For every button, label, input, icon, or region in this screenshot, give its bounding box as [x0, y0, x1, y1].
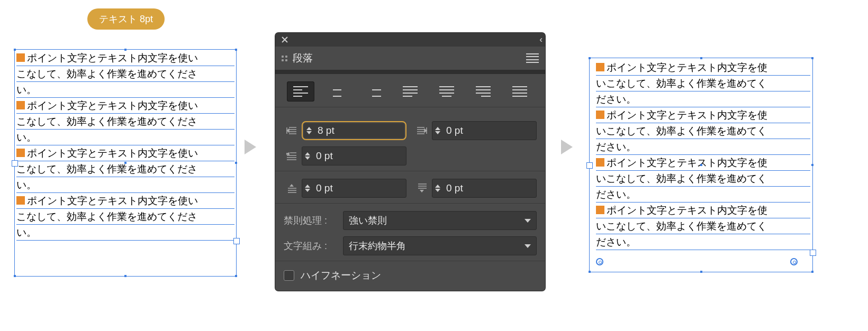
first-line-indent-value[interactable]: 0 pt: [313, 150, 406, 162]
bullet-icon: [596, 111, 604, 119]
close-icon[interactable]: [281, 35, 289, 44]
text-line: ださい。: [596, 187, 810, 203]
text-line: こなして、効率よく作業を進めてくださ: [16, 66, 234, 82]
selection-dot[interactable]: [235, 162, 237, 164]
text-line: ださい。: [596, 91, 810, 107]
align-left-button[interactable]: [287, 81, 314, 102]
justify-last-right-icon: [476, 86, 491, 97]
justify-last-right-button[interactable]: [469, 81, 497, 102]
mojikumi-label: 文字組み :: [284, 240, 337, 252]
selection-dot[interactable]: [811, 271, 813, 273]
mojikumi-select[interactable]: 行末約物半角: [343, 236, 537, 255]
justify-last-center-button[interactable]: [433, 81, 460, 102]
text-line: いこなして、効率よく作業を進めてく: [596, 123, 810, 139]
selection-dot[interactable]: [700, 271, 702, 273]
justify-full-button[interactable]: [506, 81, 534, 102]
justify-last-center-icon: [439, 86, 454, 97]
thread-port-icon[interactable]: [790, 258, 798, 265]
panel-tab-strip: [275, 70, 545, 74]
stepper-icon[interactable]: [302, 185, 313, 192]
selection-dot[interactable]: [14, 49, 16, 51]
left-indent-value[interactable]: 8 pt: [314, 125, 404, 136]
align-right-button[interactable]: [360, 81, 387, 102]
selection-dot[interactable]: [589, 271, 591, 273]
justify-last-left-button[interactable]: [396, 81, 424, 102]
bullet-icon: [596, 63, 604, 71]
selection-center-dot[interactable]: [124, 162, 126, 164]
bullet-icon: [16, 53, 25, 62]
text-line: い。: [16, 225, 234, 241]
text-line: ポイント文字とテキスト内文字を使: [596, 155, 810, 171]
out-port[interactable]: [810, 250, 816, 256]
stepper-icon[interactable]: [304, 127, 314, 134]
text-content: ポイント文字とテキスト内文字を使いこなして、効率よく作業を進めてください。ポイン…: [15, 50, 236, 241]
panel-grip-icon[interactable]: [282, 56, 287, 61]
text-frame-before[interactable]: ポイント文字とテキスト内文字を使いこなして、効率よく作業を進めてください。ポイン…: [14, 49, 237, 277]
selection-dot[interactable]: [124, 275, 126, 277]
selection-dot[interactable]: [235, 275, 237, 277]
text-line: こなして、効率よく作業を進めてくださ: [16, 209, 234, 225]
text-line: いこなして、効率よく作業を進めてく: [596, 171, 810, 187]
space-after-icon: [414, 183, 430, 194]
selection-dot[interactable]: [235, 49, 237, 51]
first-line-indent-field[interactable]: 0 pt: [302, 146, 406, 166]
text-line: いこなして、効率よく作業を進めてく: [596, 76, 810, 91]
selection-dot[interactable]: [811, 57, 813, 59]
chevron-down-icon: [525, 244, 531, 248]
right-indent-field[interactable]: 0 pt: [432, 121, 537, 140]
kinsoku-select[interactable]: 強い禁則: [343, 211, 537, 230]
hyphenation-row: ハイフネーション: [275, 261, 545, 291]
selection-dot[interactable]: [14, 275, 16, 277]
selection-center-dot[interactable]: [700, 164, 702, 166]
alignment-section: [275, 74, 545, 107]
justify-full-icon: [512, 86, 527, 97]
in-port[interactable]: [586, 162, 593, 169]
text-frame-after[interactable]: ポイント文字とテキスト内文字を使いこなして、効率よく作業を進めてください。ポイン…: [589, 58, 813, 272]
right-indent-icon: [414, 126, 430, 135]
text-line: い。: [16, 130, 234, 145]
text-line: ださい。: [596, 234, 810, 250]
bullet-icon: [16, 196, 25, 205]
left-indent-icon: [284, 126, 300, 135]
selection-dot[interactable]: [589, 57, 591, 59]
space-after-value[interactable]: 0 pt: [443, 182, 536, 194]
text-line: ポイント文字とテキスト内文字を使: [596, 203, 810, 218]
panel-menu-icon[interactable]: [526, 53, 539, 63]
stepper-icon[interactable]: [302, 152, 313, 160]
align-center-button[interactable]: [323, 81, 351, 102]
stepper-icon[interactable]: [432, 185, 443, 192]
selection-dot[interactable]: [811, 164, 813, 166]
arrow-right-icon: [245, 140, 256, 154]
panel-titlebar[interactable]: ‹‹: [275, 33, 545, 47]
right-indent-value[interactable]: 0 pt: [443, 125, 536, 136]
selection-dot[interactable]: [700, 57, 702, 59]
justify-last-left-icon: [403, 86, 418, 97]
kinsoku-value: 強い禁則: [349, 214, 387, 227]
space-after-field[interactable]: 0 pt: [432, 179, 537, 198]
text-line: こなして、効率よく作業を進めてくださ: [16, 114, 234, 130]
selection-dot[interactable]: [124, 49, 126, 51]
text-size-badge: テキスト 8pt: [87, 8, 165, 30]
badge-label: テキスト 8pt: [99, 14, 153, 24]
out-port[interactable]: [233, 238, 240, 244]
text-line: ださい。: [596, 139, 810, 155]
bullet-icon: [596, 158, 604, 167]
hyphenation-checkbox[interactable]: [284, 270, 294, 281]
left-indent-field[interactable]: 8 pt: [302, 121, 406, 140]
align-left-icon: [293, 86, 308, 97]
stepper-icon[interactable]: [432, 127, 443, 134]
collapse-chevrons-icon[interactable]: ‹‹: [539, 35, 540, 44]
thread-port-icon[interactable]: [596, 258, 603, 265]
text-line: ポイント文字とテキスト内文字を使い: [16, 193, 234, 209]
in-port[interactable]: [12, 160, 18, 167]
kinsoku-label: 禁則処理 :: [284, 214, 337, 227]
text-line: ポイント文字とテキスト内文字を使: [596, 60, 810, 76]
space-before-icon: [284, 183, 300, 194]
bullet-icon: [16, 101, 25, 109]
text-line: い。: [16, 82, 234, 98]
space-before-value[interactable]: 0 pt: [313, 182, 406, 194]
mojikumi-value: 行末約物半角: [349, 240, 406, 252]
text-line: ポイント文字とテキスト内文字を使い: [16, 98, 234, 114]
space-before-field[interactable]: 0 pt: [302, 179, 406, 198]
text-line: いこなして、効率よく作業を進めてく: [596, 218, 810, 234]
